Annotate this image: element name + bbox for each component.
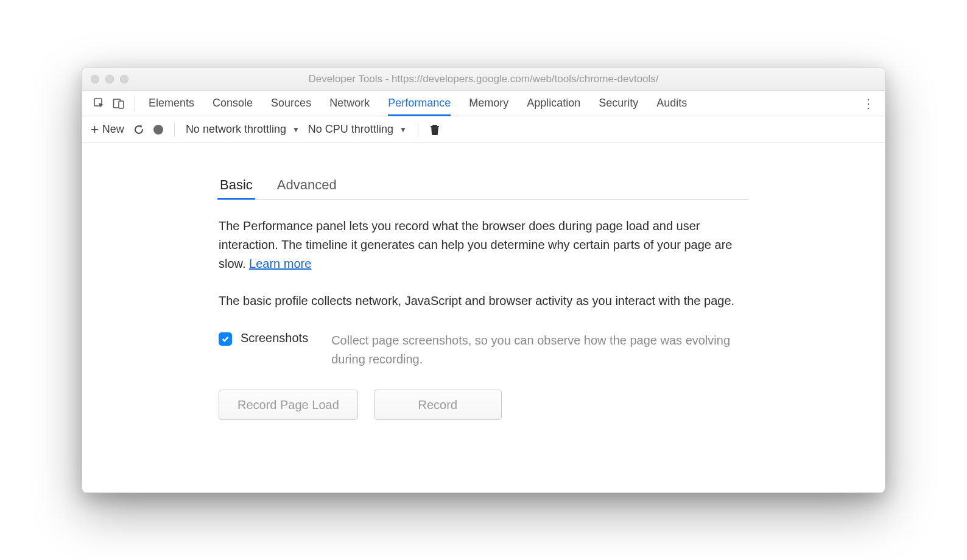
performance-toolbar: + New No network throttling ▼ No CPU thr… <box>82 116 885 143</box>
performance-landing-panel: Basic Advanced The Performance panel let… <box>219 177 748 492</box>
main-tabbar: Elements Console Sources Network Perform… <box>82 91 885 116</box>
check-icon <box>221 335 230 343</box>
tab-performance[interactable]: Performance <box>388 91 451 116</box>
tab-sources[interactable]: Sources <box>271 91 311 116</box>
inspect-element-icon[interactable] <box>90 94 109 113</box>
content-area: Basic Advanced The Performance panel let… <box>82 143 885 492</box>
cpu-throttling-dropdown[interactable]: No CPU throttling ▼ <box>308 123 407 136</box>
tab-application[interactable]: Application <box>527 91 580 116</box>
separator <box>174 122 175 137</box>
basic-profile-description: The basic profile collects network, Java… <box>219 292 748 310</box>
tab-audits[interactable]: Audits <box>656 91 687 116</box>
screenshots-label: Screenshots <box>241 331 308 345</box>
clear-recordings-icon[interactable] <box>429 124 440 136</box>
subtab-basic[interactable]: Basic <box>219 177 254 199</box>
more-menu-icon[interactable]: ⋮ <box>859 96 877 111</box>
reload-record-icon[interactable] <box>133 124 145 136</box>
cpu-throttling-value: No CPU throttling <box>308 123 393 136</box>
screenshots-option: Screenshots Collect page screenshots, so… <box>219 331 748 369</box>
devtools-window: Developer Tools - https://developers.goo… <box>82 67 885 493</box>
new-recording-button[interactable]: + New <box>91 123 124 136</box>
device-toolbar-icon[interactable] <box>109 94 128 113</box>
network-throttling-dropdown[interactable]: No network throttling ▼ <box>186 123 300 136</box>
svg-rect-2 <box>119 101 124 108</box>
action-buttons: Record Page Load Record <box>219 390 748 420</box>
chevron-down-icon: ▼ <box>399 125 407 134</box>
tab-console[interactable]: Console <box>213 91 253 116</box>
minimize-window-icon[interactable] <box>105 75 114 83</box>
screenshots-description: Collect page screenshots, so you can obs… <box>331 331 748 369</box>
titlebar: Developer Tools - https://developers.goo… <box>82 68 885 91</box>
traffic-lights <box>91 75 128 83</box>
tab-security[interactable]: Security <box>599 91 638 116</box>
record-button[interactable]: Record <box>374 390 502 420</box>
record-status-icon[interactable] <box>153 125 163 135</box>
learn-more-link[interactable]: Learn more <box>249 257 311 270</box>
network-throttling-value: No network throttling <box>186 123 286 136</box>
tab-network[interactable]: Network <box>329 91 370 116</box>
subtabs: Basic Advanced <box>219 177 748 200</box>
panel-description: The Performance panel lets you record wh… <box>219 217 748 273</box>
close-window-icon[interactable] <box>91 75 99 83</box>
record-page-load-button[interactable]: Record Page Load <box>219 390 358 420</box>
tab-memory[interactable]: Memory <box>469 91 508 116</box>
separator <box>418 122 418 137</box>
tabs: Elements Console Sources Network Perform… <box>149 91 687 116</box>
separator <box>135 96 135 111</box>
plus-icon: + <box>91 123 99 136</box>
subtab-advanced[interactable]: Advanced <box>276 177 338 199</box>
zoom-window-icon[interactable] <box>120 75 128 83</box>
new-label: New <box>102 123 124 136</box>
chevron-down-icon: ▼ <box>292 125 300 134</box>
screenshots-checkbox[interactable] <box>219 332 232 346</box>
window-title: Developer Tools - https://developers.goo… <box>82 73 885 85</box>
tab-elements[interactable]: Elements <box>149 91 194 116</box>
